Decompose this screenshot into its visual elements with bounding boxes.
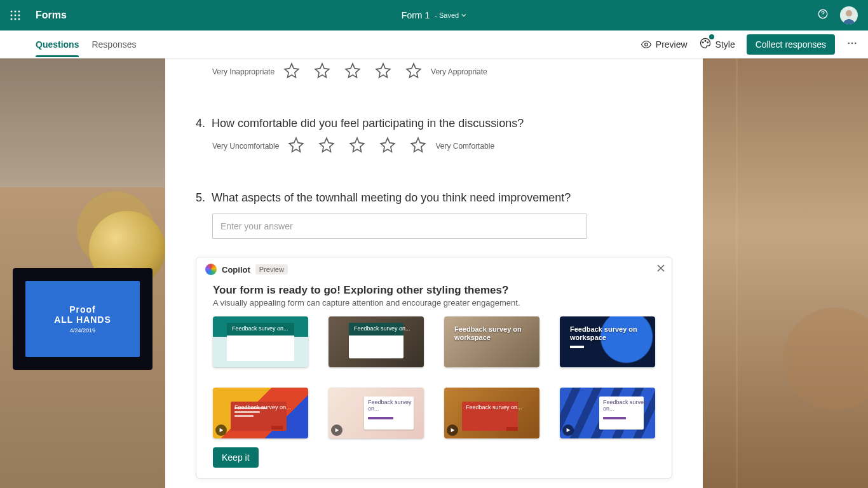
q3-left-label: Very Inappropriate [212,67,275,76]
copilot-panel: Copilot Preview Your form is ready to go… [196,257,672,478]
tile-label: Feedback survey on workspace [454,325,539,341]
preview-button[interactable]: Preview [641,39,688,50]
q5-answer-input[interactable] [212,214,587,239]
star-4[interactable] [375,62,391,81]
svg-point-4 [15,15,17,17]
copilot-close-button[interactable] [656,264,665,275]
collect-responses-button[interactable]: Collect responses [747,34,835,55]
form-canvas[interactable]: Very Inappropriate Very Appropriate 4. H… [165,58,703,488]
svg-point-3 [11,15,13,17]
toolbar: Questions Responses Preview Style Collec… [0,30,868,58]
question-3: Very Inappropriate Very Appropriate [196,62,672,81]
new-indicator-icon [709,34,714,39]
svg-point-8 [18,18,20,20]
q3-right-label: Very Appropriate [431,67,487,76]
play-icon [215,424,227,436]
saved-status: - Saved [435,11,466,19]
svg-point-19 [855,42,857,44]
copilot-preview-badge: Preview [255,264,288,274]
style-button[interactable]: Style [699,37,735,51]
q4-stars [288,137,426,156]
svg-point-5 [18,15,20,17]
close-icon [656,264,665,273]
question-5: 5. What aspects of the townhall meeting … [196,191,672,239]
theme-grid: Feedback survey on... Feedback survey on… [213,316,655,438]
monitor-line3: 4/24/2019 [70,327,95,334]
background-left: Proof ALL HANDS 4/24/2019 [0,58,165,488]
tile-label: Feedback survey on... [603,399,655,412]
svg-point-14 [702,42,703,43]
copilot-label: Copilot [222,265,250,274]
theme-tile-5[interactable]: Feedback survey on... [213,388,308,438]
tab-responses[interactable]: Responses [92,32,136,57]
question-4: 4. How comfortable did you feel particip… [196,117,672,156]
q4-text: How comfortable did you feel participati… [212,117,524,130]
theme-tile-4[interactable]: Feedback survey on workspace [560,316,655,367]
ellipsis-icon [846,37,858,49]
q5-number: 5. [196,191,205,205]
svg-point-1 [15,11,17,13]
selected-check-icon [369,334,383,350]
tile-label: Feedback survey on... [232,325,288,332]
theme-tile-1[interactable]: Feedback survey on... [213,316,308,367]
star-2[interactable] [318,137,335,156]
form-title: Form 1 [402,10,430,20]
svg-point-7 [15,18,17,20]
star-4[interactable] [379,137,396,156]
copilot-logo-icon [205,264,217,275]
tile-label: Feedback survey on... [466,404,522,410]
copilot-title: Your form is ready to go! Exploring othe… [213,284,655,297]
star-3[interactable] [349,137,365,156]
svg-point-15 [705,40,706,41]
tab-questions[interactable]: Questions [36,32,79,57]
app-launcher-button[interactable] [0,10,31,20]
tile-label: Feedback survey on... [368,399,424,412]
svg-point-13 [645,43,648,46]
background-right [703,58,868,488]
star-1[interactable] [283,62,300,81]
svg-point-12 [846,10,852,17]
copilot-subtitle: A visually appealing form can capture at… [213,298,655,308]
form-title-dropdown[interactable]: Form 1 - Saved [402,10,466,20]
eye-icon [641,39,652,50]
chevron-down-icon [461,13,466,18]
avatar-icon [840,6,858,24]
tile-label: Feedback survey on workspace [570,325,655,341]
monitor-line2: ALL HANDS [54,315,111,325]
star-2[interactable] [314,62,330,81]
theme-tile-8[interactable]: Feedback survey on... [560,388,655,438]
theme-tile-6[interactable]: Feedback survey on... [329,388,424,438]
play-icon [562,424,574,436]
keep-it-button[interactable]: Keep it [213,447,259,468]
theme-tile-7[interactable]: Feedback survey on... [444,388,539,438]
help-button[interactable] [817,8,829,22]
star-5[interactable] [410,137,426,156]
question-icon [817,8,829,20]
play-icon [331,424,342,436]
monitor-line1: Proof [69,304,96,315]
svg-point-2 [18,11,20,13]
svg-point-10 [822,16,823,17]
theme-tile-2[interactable]: Feedback survey on... [329,316,424,367]
svg-point-16 [707,42,709,43]
star-1[interactable] [288,137,304,156]
star-3[interactable] [344,62,361,81]
background-monitor: Proof ALL HANDS 4/24/2019 [13,268,153,370]
tile-label: Feedback survey on... [234,404,291,410]
editor-stage: Proof ALL HANDS 4/24/2019 Very Inappropr… [0,58,868,488]
q4-left-label: Very Uncomfortable [212,142,279,151]
q4-right-label: Very Comfortable [435,142,494,151]
brand-label: Forms [36,10,67,21]
waffle-icon [10,10,20,20]
svg-point-6 [11,18,13,20]
user-avatar[interactable] [840,6,858,24]
app-header: Forms Form 1 - Saved [0,0,868,30]
tile-label: Feedback survey on... [354,325,410,332]
q3-stars [283,62,422,81]
star-5[interactable] [405,62,422,81]
svg-point-17 [848,42,850,44]
more-menu-button[interactable] [846,37,858,51]
svg-point-18 [851,42,853,44]
svg-point-0 [11,11,13,13]
theme-tile-3[interactable]: Feedback survey on workspace [444,316,539,367]
